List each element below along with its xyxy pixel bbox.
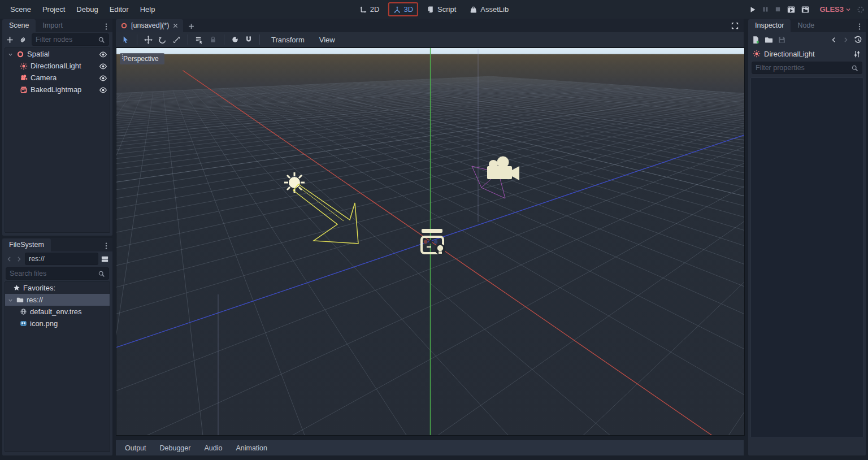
history-button[interactable] bbox=[854, 36, 862, 44]
filter-nodes-box bbox=[32, 33, 109, 46]
output-button[interactable]: Output bbox=[119, 442, 152, 454]
select-mode-button[interactable] bbox=[121, 36, 130, 44]
history-back-button[interactable] bbox=[830, 36, 837, 44]
node-label: Camera bbox=[31, 73, 57, 82]
mode-assetlib-button[interactable]: AssetLib bbox=[465, 2, 514, 16]
pause-button[interactable] bbox=[762, 6, 769, 13]
transform-menu[interactable]: Transform bbox=[267, 36, 309, 44]
tab-scene[interactable]: Scene bbox=[2, 19, 36, 32]
tree-row-bakedlightmap[interactable]: BakedLightmap bbox=[5, 84, 110, 96]
tree-row-default-env[interactable]: default_env.tres bbox=[5, 306, 110, 318]
directional-light-gizmo[interactable] bbox=[284, 172, 358, 244]
animation-button[interactable]: Animation bbox=[230, 442, 273, 454]
visibility-toggle[interactable] bbox=[99, 73, 107, 82]
filesystem-menu-button[interactable] bbox=[102, 241, 110, 250]
dots-vertical-icon bbox=[856, 23, 863, 31]
filter-properties-box bbox=[752, 62, 862, 74]
tree-row-icon-png[interactable]: icon.png bbox=[5, 318, 110, 329]
filesystem-tree: Favorites: res:// default_env.tres icon.… bbox=[5, 281, 110, 452]
play-custom-scene-button[interactable] bbox=[801, 5, 810, 14]
tab-filesystem[interactable]: FileSystem bbox=[2, 238, 51, 251]
tree-row-directionallight[interactable]: DirectionalLight bbox=[5, 60, 110, 72]
lock-selected-button[interactable] bbox=[209, 36, 217, 44]
history-forward-button[interactable] bbox=[842, 36, 849, 44]
debugger-button[interactable]: Debugger bbox=[154, 442, 197, 454]
chevron-left-icon bbox=[830, 36, 837, 44]
node-label: DirectionalLight bbox=[31, 62, 81, 70]
directionallight-node-icon bbox=[20, 62, 28, 70]
add-node-button[interactable] bbox=[6, 36, 14, 44]
fs-back-button[interactable] bbox=[6, 255, 13, 263]
renderer-label: GLES3 bbox=[819, 5, 844, 14]
tab-node[interactable]: Node bbox=[791, 19, 821, 32]
filter-properties-input[interactable] bbox=[756, 64, 851, 72]
collapse-caret-icon[interactable] bbox=[7, 296, 14, 304]
menu-project[interactable]: Project bbox=[37, 0, 71, 19]
new-scene-tab-button[interactable] bbox=[183, 20, 199, 32]
lock-icon bbox=[209, 36, 217, 44]
tree-row-camera[interactable]: Camera bbox=[5, 72, 110, 84]
tree-row-res-root[interactable]: res:// bbox=[5, 294, 110, 306]
resource-globe-icon bbox=[20, 308, 27, 315]
play-button[interactable] bbox=[749, 6, 757, 14]
separator bbox=[137, 34, 137, 45]
dots-vertical-icon bbox=[120, 53, 125, 60]
scene-dock-menu-button[interactable] bbox=[102, 21, 110, 31]
3d-viewport[interactable]: Perspective bbox=[116, 47, 745, 436]
object-tools-button[interactable] bbox=[853, 50, 861, 58]
bakedlightmap-node-icon bbox=[20, 86, 28, 94]
scale-mode-button[interactable] bbox=[172, 36, 181, 44]
distraction-free-button[interactable] bbox=[731, 21, 739, 30]
fs-forward-button[interactable] bbox=[15, 255, 23, 263]
menu-editor[interactable]: Editor bbox=[104, 0, 134, 19]
tree-row-favorites[interactable]: Favorites: bbox=[5, 282, 110, 294]
mode-2d-button[interactable]: 2D bbox=[354, 2, 385, 16]
scene-dock-tabbar: Scene Import bbox=[2, 19, 112, 32]
new-resource-button[interactable] bbox=[752, 36, 760, 44]
stop-button[interactable] bbox=[774, 6, 782, 13]
eye-icon bbox=[99, 86, 107, 94]
audio-button[interactable]: Audio bbox=[198, 442, 228, 454]
godot-editor-window: Scene Project Debug Editor Help 2D 3D Sc… bbox=[0, 0, 868, 460]
fs-split-mode-button[interactable] bbox=[101, 255, 109, 263]
file-label: icon.png bbox=[30, 319, 58, 328]
view-menu[interactable]: View bbox=[315, 36, 340, 44]
tab-import[interactable]: Import bbox=[36, 19, 69, 32]
menu-help[interactable]: Help bbox=[134, 0, 161, 19]
filesystem-tabbar: FileSystem bbox=[2, 238, 112, 251]
projection-menu-button[interactable]: Perspective bbox=[120, 53, 164, 64]
move-mode-button[interactable] bbox=[144, 36, 153, 44]
node-label: Spatial bbox=[27, 50, 50, 58]
filter-nodes-input[interactable] bbox=[36, 36, 98, 44]
scene-tab-unsaved[interactable]: [unsaved](*) bbox=[116, 19, 183, 32]
menu-scene[interactable]: Scene bbox=[5, 0, 37, 19]
collapse-caret-icon[interactable] bbox=[7, 50, 14, 58]
tree-row-spatial[interactable]: Spatial bbox=[5, 48, 110, 60]
rotate-icon bbox=[158, 36, 167, 44]
menu-debug[interactable]: Debug bbox=[71, 0, 103, 19]
snap-button[interactable] bbox=[245, 36, 253, 44]
fs-path-input[interactable] bbox=[29, 255, 94, 263]
3d-viewport-canvas[interactable] bbox=[116, 48, 744, 435]
search-files-input[interactable] bbox=[10, 270, 98, 277]
tab-inspector[interactable]: Inspector bbox=[748, 19, 791, 32]
close-icon[interactable] bbox=[172, 23, 179, 29]
list-select-button[interactable] bbox=[195, 36, 203, 44]
inspector-properties-area bbox=[750, 77, 863, 438]
play-scene-button[interactable] bbox=[787, 5, 796, 14]
load-resource-button[interactable] bbox=[765, 36, 773, 44]
visibility-toggle[interactable] bbox=[99, 61, 107, 70]
visibility-toggle[interactable] bbox=[99, 85, 107, 94]
inspected-node-name: DirectionalLight bbox=[764, 50, 815, 58]
inspector-menu-button[interactable] bbox=[856, 21, 863, 31]
instance-scene-button[interactable] bbox=[19, 36, 27, 44]
save-resource-button[interactable] bbox=[778, 36, 786, 44]
visibility-toggle[interactable] bbox=[99, 49, 107, 58]
rotate-mode-button[interactable] bbox=[158, 36, 167, 44]
local-space-button[interactable] bbox=[231, 36, 239, 44]
mode-script-button[interactable]: Script bbox=[422, 2, 461, 16]
renderer-select[interactable]: GLES3 bbox=[819, 5, 852, 14]
tools-icon bbox=[853, 50, 861, 58]
baked-lightmap-gizmo[interactable] bbox=[422, 229, 446, 255]
mode-3d-button[interactable]: 3D bbox=[388, 2, 418, 16]
